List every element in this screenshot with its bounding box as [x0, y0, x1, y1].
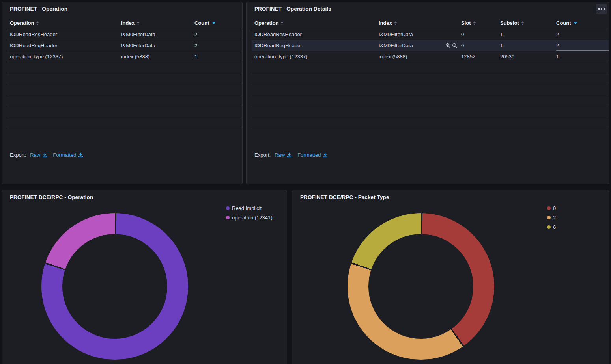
cell-value: IODReadResHeader [254, 32, 302, 37]
column-header-operation[interactable]: Operation [7, 20, 121, 26]
export-formatted-label: Formatted [297, 152, 321, 158]
table-row-empty [7, 117, 242, 128]
cell-value: index (5888) [121, 54, 149, 59]
table-row-empty [252, 84, 609, 95]
legend-label: 0 [553, 205, 556, 211]
panel-title: PROFINET - Operation Details [247, 2, 609, 12]
column-header-count[interactable]: Count [194, 20, 242, 26]
table-row[interactable]: IODReadReqHeaderI&M0FilterData012 [252, 40, 609, 51]
panel-menu-button[interactable] [596, 4, 607, 14]
column-label: Subslot [500, 20, 519, 26]
legend-item[interactable]: 6 [547, 222, 556, 232]
table-cell: IODReadResHeader [252, 32, 379, 37]
export-bar: Export: Raw Formatted [254, 152, 328, 158]
table-cell: I&M0FilterData [379, 32, 461, 37]
export-raw-link[interactable]: Raw [30, 152, 47, 158]
table-row-empty [252, 95, 609, 106]
panel-menu-icon [601, 8, 602, 10]
panel-title: PROFINET DCE/RPC - Operation [2, 190, 287, 200]
panel-title: PROFINET - Operation [2, 2, 242, 12]
data-table: OperationIndexCountIODReadResHeaderI&M0F… [7, 17, 242, 128]
legend-label: operation (12341) [232, 215, 273, 221]
export-raw-label: Raw [30, 152, 40, 158]
table-cell: IODReadReqHeader [252, 43, 379, 48]
table-cell: IODReadReqHeader [7, 43, 121, 48]
download-icon [42, 152, 47, 158]
table-header-row: OperationIndexSlotSubslotCount [252, 17, 609, 29]
column-header-index[interactable]: Index [121, 20, 194, 26]
cell-value: 1 [556, 54, 559, 59]
column-header-count[interactable]: Count [556, 20, 609, 26]
panel-dcerpc-packet-type: PROFINET DCE/RPC - Packet Type 026 [292, 190, 609, 364]
legend-label: 2 [553, 215, 556, 221]
export-label: Export: [10, 152, 26, 158]
panel-profinet-operation: PROFINET - Operation OperationIndexCount… [2, 2, 243, 184]
table-cell: 12852 [461, 54, 500, 59]
cell-value: operation_type (12337) [254, 54, 307, 59]
table-cell: 1 [500, 43, 556, 48]
export-raw-label: Raw [275, 152, 285, 158]
sort-icon[interactable] [137, 21, 139, 25]
sort-icon[interactable] [36, 21, 39, 25]
legend-dot-icon [547, 206, 551, 210]
legend-item[interactable]: operation (12341) [226, 213, 273, 222]
column-label: Count [194, 20, 209, 26]
legend-dot-icon [226, 206, 230, 210]
download-icon [287, 152, 292, 158]
panel-menu-icon [604, 8, 605, 10]
legend-dot-icon [547, 216, 551, 219]
table-row[interactable]: IODReadResHeaderI&M0FilterData2 [7, 29, 242, 40]
export-raw-link[interactable]: Raw [275, 152, 292, 158]
cell-filter-actions [445, 43, 457, 48]
table-cell: operation_type (12337) [7, 54, 121, 59]
cell-value: 20530 [500, 54, 514, 59]
table-cell: index (5888) [379, 54, 461, 59]
legend-dot-icon [226, 216, 230, 219]
sort-icon[interactable] [521, 21, 524, 25]
sort-icon[interactable] [473, 21, 476, 25]
legend-item[interactable]: Read Implicit [226, 203, 273, 213]
table-row[interactable]: IODReadReqHeaderI&M0FilterData2 [7, 40, 242, 51]
column-label: Index [379, 20, 392, 26]
table-row-empty [252, 117, 609, 128]
cell-value: 0 [461, 43, 464, 48]
column-label: Index [121, 20, 135, 26]
cell-value: 0 [461, 32, 464, 37]
column-header-subslot[interactable]: Subslot [500, 20, 556, 26]
donut-chart[interactable] [41, 213, 188, 360]
sort-icon[interactable] [281, 21, 283, 25]
cell-value: 1 [500, 32, 503, 37]
column-label: Count [556, 20, 571, 26]
legend-item[interactable]: 2 [547, 213, 556, 222]
cell-value: IODReadReqHeader [10, 43, 58, 48]
sort-desc-icon[interactable] [212, 22, 215, 24]
export-formatted-link[interactable]: Formatted [53, 152, 83, 158]
cell-value: 2 [194, 43, 197, 48]
column-label: Operation [10, 20, 34, 26]
export-formatted-link[interactable]: Formatted [297, 152, 328, 158]
chart-legend: Read Implicitoperation (12341) [226, 203, 273, 222]
legend-label: 6 [553, 224, 556, 230]
sort-desc-icon[interactable] [574, 22, 577, 24]
column-header-operation[interactable]: Operation [252, 20, 379, 26]
magnify-plus-icon[interactable] [445, 43, 450, 48]
table-cell: 0 [461, 32, 500, 37]
column-header-slot[interactable]: Slot [461, 20, 500, 26]
cell-value: I&M0FilterData [121, 43, 155, 48]
table-row[interactable]: IODReadResHeaderI&M0FilterData012 [252, 29, 609, 40]
sort-icon[interactable] [394, 21, 397, 25]
magnify-minus-icon[interactable] [452, 43, 457, 48]
table-row[interactable]: operation_type (12337)index (5888)128522… [252, 51, 609, 62]
column-header-index[interactable]: Index [379, 20, 461, 26]
donut-chart[interactable] [348, 213, 494, 360]
legend-item[interactable]: 0 [547, 203, 556, 213]
cell-value: 2 [194, 32, 197, 37]
table-row[interactable]: operation_type (12337)index (5888)1 [7, 51, 242, 62]
cell-value: I&M0FilterData [379, 43, 413, 48]
cell-value: 2 [556, 43, 559, 48]
panel-menu-icon [598, 8, 600, 10]
table-cell: I&M0FilterData [121, 32, 194, 37]
cell-value: 1 [500, 43, 503, 48]
panel-profinet-operation-details: PROFINET - Operation Details OperationIn… [246, 2, 609, 184]
table-cell: 1 [500, 32, 556, 37]
